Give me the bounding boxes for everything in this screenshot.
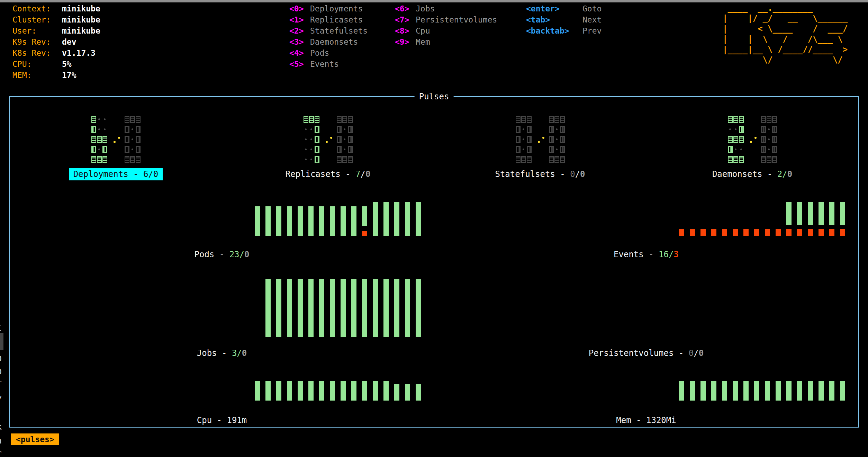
- sparkline-bar: [754, 229, 759, 236]
- sparkline-bar: [700, 229, 706, 236]
- digit-block: [102, 136, 107, 143]
- info-value: minikube: [62, 25, 100, 36]
- info-value: dev: [62, 36, 76, 47]
- bar-segment-fault: [765, 229, 770, 236]
- panel-label-jobs: Jobs - 3/0: [10, 347, 434, 359]
- clipped-glyph: y: [0, 394, 2, 402]
- bar-segment-ok: [405, 384, 410, 401]
- sparkline-bar: [819, 202, 824, 236]
- clipped-glyph: k: [0, 423, 2, 431]
- pulse-panel-deployments[interactable]: Deployments - 6/0: [10, 116, 222, 185]
- bar-segment-fault: [679, 229, 684, 236]
- pulse-panel-jobs[interactable]: Jobs - 3/0: [10, 279, 434, 359]
- clipped-glyph: T: [0, 381, 2, 389]
- pulse-panel-statefulsets[interactable]: Statefulsets - 0/0: [434, 116, 646, 185]
- sparkline-bar: [330, 381, 335, 401]
- digit-block: [342, 156, 347, 163]
- sparkline-bar: [308, 279, 314, 337]
- digit-dot: [556, 138, 558, 140]
- digit-block: [97, 156, 102, 163]
- clipped-glyph: j: [0, 408, 2, 416]
- digit-block: [549, 156, 554, 163]
- menu-item-deployments[interactable]: <0>Deployments: [289, 3, 368, 14]
- menu-label: Jobs: [416, 3, 435, 14]
- menu-key: <9>: [395, 36, 416, 47]
- panel-label-cpu: Cpu - 191m: [10, 414, 434, 427]
- pulse-panel-persistentvolumes[interactable]: Persistentvolumes - 0/0: [434, 279, 858, 359]
- digit-block: [348, 116, 353, 123]
- panel-label-persistentvolumes: Persistentvolumes - 0/0: [434, 347, 858, 359]
- bar-segment-gap: [362, 226, 367, 231]
- menu-item-replicasets[interactable]: <1>Replicasets: [289, 14, 368, 25]
- menu-item-statefulsets[interactable]: <2>Statefulsets: [289, 25, 368, 36]
- digit-block: [348, 136, 353, 143]
- info-row-0: Context:minikube: [12, 3, 100, 14]
- counter-digits: [515, 116, 565, 163]
- digit-block: [516, 156, 521, 163]
- bar-segment-ok: [383, 381, 389, 401]
- menu-item-next[interactable]: <tab>Next: [526, 14, 602, 25]
- bar-segment-ok: [819, 381, 824, 401]
- clipped-block: [0, 333, 3, 350]
- menu-item-pods[interactable]: <4>Pods: [289, 47, 368, 59]
- digit-block: [337, 156, 342, 163]
- bar-segment-ok: [351, 206, 356, 236]
- menu-item-prev[interactable]: <backtab>Prev: [526, 25, 602, 36]
- info-value: v1.17.3: [62, 47, 96, 59]
- pulse-panel-cpu[interactable]: Cpu - 191m: [10, 381, 434, 427]
- bar-segment-ok: [840, 202, 845, 225]
- bar-segment-ok: [330, 381, 335, 401]
- window-top-strip: [0, 0, 868, 2]
- slash-dot: [542, 137, 544, 139]
- menu-item-persistentvolumes[interactable]: <7>Persistentvolumes: [395, 14, 497, 25]
- panel-label-segment: 3: [673, 250, 678, 259]
- digit-block: [761, 156, 766, 163]
- digit-block: [728, 116, 733, 123]
- pulse-panel-replicasets[interactable]: Replicasets - 7/0: [222, 116, 434, 185]
- pulses-frame: Pulses Deployments - 6/0Replicasets - 7/…: [9, 96, 859, 428]
- bar-segment-fault: [808, 229, 813, 236]
- digit-dot: [344, 128, 345, 130]
- bar-segment-ok: [711, 381, 716, 401]
- digit-block: [527, 116, 532, 123]
- menu-label: Prev: [582, 25, 602, 36]
- pulse-panel-pods[interactable]: Pods - 23/0: [10, 202, 434, 261]
- menu-item-jobs[interactable]: <6>Jobs: [395, 3, 497, 14]
- sparkline-bar: [797, 381, 802, 401]
- slash-dot: [118, 137, 120, 139]
- sparkline-bar: [690, 381, 695, 401]
- panel-label-daemonsets: Daemonsets - 2/0: [646, 168, 858, 180]
- sparkline: [10, 279, 434, 337]
- bar-segment-ok: [362, 206, 367, 226]
- sparkline: [434, 202, 858, 236]
- pulse-panel-mem[interactable]: Mem - 1320Mi: [434, 381, 858, 427]
- clipped-glyph: 0: [0, 368, 2, 376]
- bar-segment-ok: [276, 206, 281, 236]
- bar-segment-ok: [405, 279, 410, 337]
- menu-label: Events: [310, 59, 339, 70]
- pulse-panel-daemonsets[interactable]: Daemonsets - 2/0: [646, 116, 858, 185]
- menu-item-cpu[interactable]: <8>Cpu: [395, 25, 497, 36]
- bar-segment-ok: [808, 202, 813, 225]
- digit-block: [733, 116, 738, 123]
- panel-label-segment: Jobs -: [197, 348, 232, 358]
- digit-block: [761, 136, 766, 143]
- menu-item-events[interactable]: <5>Events: [289, 59, 368, 70]
- digit-dot: [310, 138, 312, 140]
- digit-block: [516, 116, 521, 123]
- pulses-crumb[interactable]: <pulses>: [11, 433, 59, 445]
- digit-block: [348, 156, 353, 163]
- digit-block: [549, 116, 554, 123]
- digit-dot: [132, 138, 133, 140]
- sparkline-bar: [722, 229, 727, 236]
- pulse-panel-events[interactable]: Events - 16/3: [434, 202, 858, 261]
- menu-item-goto[interactable]: <enter>Goto: [526, 3, 602, 14]
- menu-item-daemonsets[interactable]: <3>Daemonsets: [289, 36, 368, 47]
- sparkline: [434, 381, 858, 401]
- panel-label-segment: 7: [355, 169, 360, 179]
- digit-block: [91, 116, 96, 123]
- digit-block: [125, 146, 129, 153]
- menu-item-mem[interactable]: <9>Mem: [395, 36, 497, 47]
- menu-key: <3>: [289, 36, 310, 47]
- bar-segment-ok: [797, 381, 802, 401]
